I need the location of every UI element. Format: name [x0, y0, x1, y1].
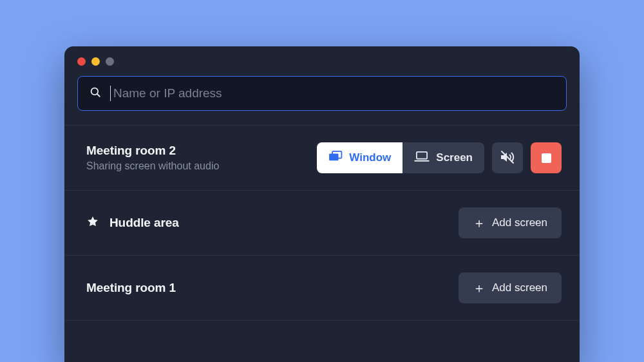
window-mode-button[interactable]: Window	[317, 142, 402, 173]
svg-rect-4	[417, 151, 427, 158]
app-window: Meeting room 2 Sharing screen without au…	[64, 46, 580, 362]
maximize-window-button[interactable]	[106, 57, 114, 66]
search-section	[64, 68, 580, 125]
room-row: Meeting room 1 ＋ Add screen	[64, 255, 580, 320]
room-row-active: Meeting room 2 Sharing screen without au…	[64, 125, 580, 190]
add-screen-button[interactable]: ＋ Add screen	[459, 272, 562, 303]
window-mode-label: Window	[349, 151, 391, 164]
minimize-window-button[interactable]	[91, 57, 100, 66]
add-screen-button[interactable]: ＋ Add screen	[459, 207, 562, 238]
search-field[interactable]	[77, 76, 567, 111]
audio-muted-icon	[500, 149, 515, 167]
share-mode-segment: Window Screen	[317, 142, 484, 173]
text-cursor	[110, 86, 111, 101]
close-window-button[interactable]	[77, 57, 86, 66]
plus-icon: ＋	[473, 216, 486, 229]
window-controls	[64, 46, 580, 68]
svg-line-1	[97, 94, 100, 97]
star-icon	[86, 215, 99, 231]
row-divider	[64, 320, 580, 333]
laptop-icon	[414, 151, 430, 166]
screen-mode-label: Screen	[436, 151, 473, 164]
mute-button[interactable]	[492, 142, 523, 173]
room-row: Huddle area ＋ Add screen	[64, 190, 580, 255]
room-name: Meeting room 2	[86, 144, 219, 158]
search-input[interactable]	[113, 86, 554, 100]
add-screen-label: Add screen	[492, 281, 547, 294]
svg-rect-2	[329, 153, 338, 160]
stop-sharing-button[interactable]	[531, 142, 562, 173]
windows-icon	[328, 151, 343, 166]
plus-icon: ＋	[473, 281, 486, 294]
room-status: Sharing screen without audio	[86, 160, 219, 172]
stop-icon	[542, 153, 551, 163]
screen-mode-button[interactable]: Screen	[402, 142, 484, 173]
add-screen-label: Add screen	[492, 216, 547, 229]
room-name: Meeting room 1	[86, 281, 176, 295]
search-icon	[90, 86, 101, 100]
room-name: Huddle area	[109, 216, 179, 230]
